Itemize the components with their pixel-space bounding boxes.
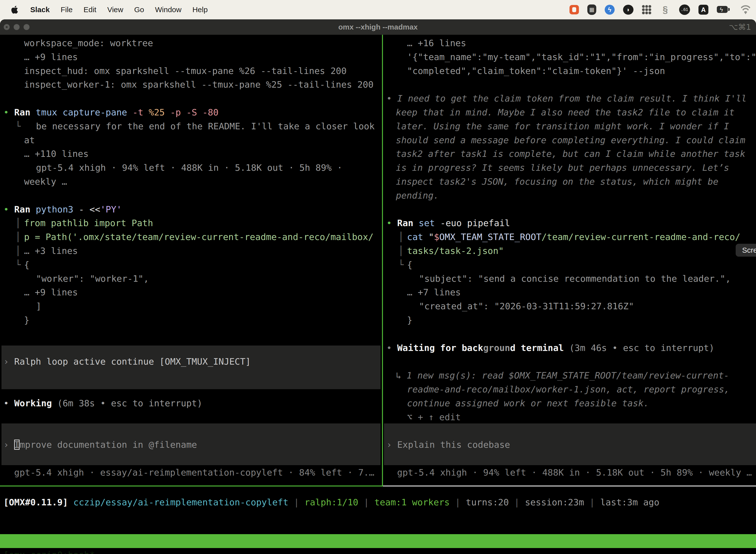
tree-connector: └ <box>15 119 21 133</box>
model-status-right: gpt-5.4 xhigh · 94% left · 488K in · 5.1… <box>397 466 752 480</box>
terminal-line: is in progress? It seems likely but perh… <box>396 161 729 175</box>
text-run: mprove documentation in @filename <box>19 440 197 450</box>
menu-item-help[interactable]: Help <box>192 5 208 14</box>
status-segment: turns:20 <box>466 497 509 507</box>
text-run: "created_at": "2026-03-31T11:59:27.816Z" <box>419 301 634 311</box>
text-run: Ran <box>14 204 30 214</box>
wifi-icon[interactable] <box>740 5 752 14</box>
text-run: python3 <box>30 204 73 214</box>
chat-app-icon[interactable] <box>569 5 579 14</box>
text-run: Explain this codebase <box>397 440 510 450</box>
terminal-line: "created_at": "2026-03-31T11:59:27.816Z" <box>419 299 634 313</box>
text-run: … +9 lines <box>24 52 78 62</box>
text-run: (6m 38s • esc to interrupt) <box>52 398 202 408</box>
terminal-line: ] <box>36 299 42 313</box>
prompt-placeholder-left: › Improve documentation in @filename <box>3 438 197 452</box>
text-run: tasks/task-2.json" <box>407 246 504 256</box>
text-run: • <box>386 93 397 104</box>
text-run: { <box>407 260 413 270</box>
right-pane-worker: … +16 lines'{"team_name":"my-team","task… <box>383 35 756 487</box>
apple-menu-icon[interactable] <box>11 5 18 14</box>
text-run: -p -S -80 <box>165 107 218 117</box>
text-run: "subject": "send a concise recommendatio… <box>419 274 731 284</box>
ralph-loop-status-line: › Ralph loop active continue [OMX_TMUX_I… <box>3 355 251 369</box>
terminal-line: cat "$OMX_TEAM_STATE_ROOT/team/review-cu… <box>407 230 740 244</box>
macos-menu-bar: SlackFileEditViewGoWindowHelp ▦ϟ◗§..61Aϟ <box>0 0 756 19</box>
text-run: } <box>24 315 29 325</box>
tree-connector: └ <box>398 258 404 272</box>
text-run: OMX_TEAM_STATE_ROOT <box>439 232 542 242</box>
terminal-line: • Ran tmux capture-pane -t %25 -p -S -80 <box>3 106 218 119</box>
dots-grid-icon[interactable] <box>642 5 651 14</box>
terminal-line: } <box>24 313 29 327</box>
text-run: Ralph loop active continue [OMX_TMUX_INJ… <box>14 356 251 367</box>
badge-61-icon[interactable]: ..61 <box>679 4 690 15</box>
menu-item-file[interactable]: File <box>61 5 72 14</box>
edit-hint: ⌥ + ↑ edit <box>407 410 461 424</box>
squiggle-icon[interactable]: § <box>660 4 671 15</box>
text-run: 1 new msg(s): read $OMX_TEAM_STATE_ROOT/… <box>406 370 729 381</box>
terminal-line: inspect task2's JSON, focusing on the st… <box>396 175 718 189</box>
text-run: } <box>407 315 413 325</box>
status-segment: [OMX#0.11.9] <box>3 497 68 507</box>
text-run: task2 after task1 is complete, but can I… <box>396 149 745 159</box>
terminal-line: inspect_worker-1: omx sparkshell --tmux-… <box>24 78 374 92</box>
omx-status-line: [OMX#0.11.9] cczip/essay/ai-reimplementa… <box>3 495 659 509</box>
menu-item-view[interactable]: View <box>107 5 123 14</box>
text-run: … +7 lines <box>407 287 461 297</box>
terminal-line: … +7 lines <box>407 285 461 299</box>
terminal-window: omx --xhigh --madmax ⌥⌘1 [OMX#0.11.9] cc… <box>0 19 756 554</box>
terminal-line: { <box>24 258 29 272</box>
terminal-line: • I need to get the claim token from the… <box>386 92 747 106</box>
status-segment: | <box>289 497 305 507</box>
status-segment: last:3m ago <box>600 497 659 507</box>
terminal-content: [OMX#0.11.9] cczip/essay/ai-reimplementa… <box>0 35 756 554</box>
terminal-line: tasks/task-2.json" <box>407 244 504 258</box>
menu-item-slack[interactable]: Slack <box>30 5 50 14</box>
window-shortcut-badge: ⌥⌘1 <box>729 19 751 35</box>
terminal-line: … +9 lines <box>24 50 78 64</box>
lightning-app-icon[interactable]: ϟ <box>605 5 615 15</box>
text-run: p = Path('.omx/state/team/review-current… <box>24 232 374 242</box>
text-run: ⌥ + ↑ edit <box>407 412 461 422</box>
terminal-line: continue assigned work or next feasible … <box>407 396 649 410</box>
text-run: … +3 lines <box>24 246 78 256</box>
text-run: inspect_worker-1: omx sparkshell --tmux-… <box>24 79 374 90</box>
tree-connector: └ <box>15 258 21 272</box>
terminal-window-titlebar[interactable]: omx --xhigh --madmax ⌥⌘1 <box>0 19 756 35</box>
input-source-a-icon[interactable]: A <box>698 5 708 15</box>
text-run: "completed","claim_token":"claim-token"}… <box>407 66 665 76</box>
status-segment: cczip/essay/ai-reimplementation-copyleft <box>68 497 289 507</box>
text-run: later. Using the same for transition mig… <box>396 121 729 131</box>
menu-item-go[interactable]: Go <box>134 5 144 14</box>
prompt-placeholder-right: › Explain this codebase <box>386 438 510 452</box>
crescent-app-icon[interactable]: ◗ <box>623 5 633 15</box>
text-run: 'PY' <box>100 204 122 214</box>
menu-item-edit[interactable]: Edit <box>83 5 97 14</box>
status-segment: | <box>359 497 375 507</box>
battery-charging-icon[interactable]: ϟ <box>717 4 731 15</box>
screenshot-notification[interactable]: Scre <box>736 244 756 257</box>
menu-item-window[interactable]: Window <box>155 5 182 14</box>
terminal-line: gpt-5.4 xhigh · 94% left · 488K in · 5.1… <box>36 161 342 175</box>
text-run: "worker": "worker-1", <box>36 274 149 284</box>
text-run: Working <box>14 398 52 408</box>
terminal-line: be necessary for the end of the README. … <box>36 119 375 133</box>
status-segment: ralph:1/10 <box>305 497 359 507</box>
tree-connector: │ <box>15 216 21 230</box>
terminal-line: task2 after task1 is complete, but can I… <box>396 147 745 161</box>
text-run: … +110 lines <box>24 149 88 159</box>
text-run: pending. <box>396 190 439 201</box>
tree-connector: │ <box>15 230 21 244</box>
status-segment: session:23m <box>525 497 584 507</box>
terminal-line: workspace_mode: worktree <box>24 36 153 50</box>
working-status-line: • Working (6m 38s • esc to interrupt) <box>3 396 202 410</box>
terminal-line: … +3 lines <box>24 244 78 258</box>
waiting-status-line: • Waiting for background terminal (3m 46… <box>386 341 714 355</box>
terminal-line: pending. <box>396 189 439 203</box>
text-run: • <box>3 204 14 214</box>
terminal-line: from pathlib import Path <box>24 216 153 230</box>
text-run: ] <box>36 301 42 311</box>
text-run: › <box>386 440 397 450</box>
shield-grid-icon[interactable]: ▦ <box>587 4 596 15</box>
